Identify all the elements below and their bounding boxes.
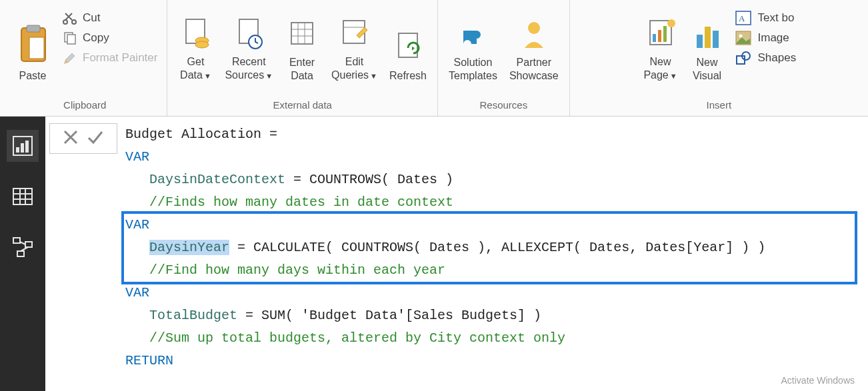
partner-showcase-button[interactable]: Partner Showcase [505, 3, 563, 84]
var1-name: DaysinDateContext [149, 172, 285, 187]
var2-expr: = CALCULATE( COUNTROWS( Dates ), ALLEXCE… [229, 240, 765, 255]
refresh-button[interactable]: Refresh [385, 3, 431, 84]
cut-button[interactable]: Cut [60, 9, 160, 27]
report-view-button[interactable] [7, 130, 39, 162]
paste-button[interactable]: Paste [9, 3, 56, 84]
paste-label: Paste [19, 69, 47, 83]
data-view-button[interactable] [7, 181, 39, 212]
svg-rect-24 [663, 26, 667, 42]
textbox-icon: A [735, 11, 751, 25]
relationship-icon [12, 236, 33, 258]
ribbon-group-external-data: Get Data▼ Recent Sources▼ Enter Data Edi… [167, 0, 438, 116]
model-view-button[interactable] [7, 231, 39, 263]
new-page-button[interactable]: New Page▼ [639, 3, 682, 84]
comment-3: //Sum up total budgets, altered by City … [125, 327, 864, 350]
svg-rect-22 [653, 34, 656, 42]
svg-rect-36 [16, 147, 19, 153]
return-keyword: RETURN [125, 353, 173, 368]
var-keyword: VAR [125, 149, 149, 165]
windows-watermark: Activate Windows [781, 375, 855, 386]
brush-icon [63, 51, 77, 65]
insert-group-title: Insert [707, 95, 732, 116]
recent-sources-button[interactable]: Recent Sources▼ [221, 3, 277, 84]
copy-label: Copy [83, 31, 109, 45]
var-keyword: VAR [125, 217, 149, 232]
bar-chart-icon [691, 16, 723, 53]
get-data-button[interactable]: Get Data▼ [174, 3, 217, 84]
copy-button[interactable]: Copy [60, 29, 160, 47]
formula-line: Budget Allocation = [125, 123, 864, 146]
ribbon-group-resources: Solution Templates Partner Showcase Reso… [438, 0, 570, 116]
var2-name: DaysinYear [149, 240, 229, 255]
svg-rect-23 [658, 30, 661, 42]
svg-rect-27 [705, 27, 711, 48]
format-painter-label: Format Painter [83, 51, 157, 65]
svg-point-4 [72, 20, 76, 24]
svg-rect-33 [737, 56, 745, 64]
svg-text:A: A [739, 13, 745, 23]
var3-expr: = SUM( 'Budget Data'[Sales Budgets] ) [237, 308, 541, 323]
scissors-icon [63, 11, 77, 25]
var1-expr: = COUNTROWS( Dates ) [285, 172, 453, 187]
new-visual-button[interactable]: New Visual [686, 3, 729, 84]
svg-rect-45 [25, 242, 32, 247]
svg-point-3 [63, 20, 67, 24]
shapes-button[interactable]: Shapes [733, 49, 799, 67]
image-button[interactable]: Image [733, 29, 799, 47]
person-icon [515, 16, 553, 53]
enter-data-button[interactable]: Enter Data [281, 3, 323, 84]
formula-controls [49, 123, 117, 154]
canvas-area: Com Budget Allocation = VAR DaysinDateCo… [45, 117, 868, 391]
formula-bar: Budget Allocation = VAR DaysinDateContex… [45, 117, 868, 379]
svg-rect-37 [21, 143, 24, 153]
comment-1: //Finds how many dates in date context [125, 191, 864, 214]
ribbon: Paste Cut Copy Format Painter Clipboard [0, 0, 868, 117]
svg-rect-6 [67, 35, 75, 44]
svg-rect-44 [13, 238, 20, 243]
svg-point-32 [739, 35, 742, 38]
formula-editor[interactable]: Budget Allocation = VAR DaysinDateContex… [125, 123, 864, 372]
svg-rect-46 [17, 251, 24, 256]
svg-rect-39 [13, 189, 32, 204]
view-sidebar [0, 117, 45, 391]
solution-templates-button[interactable]: Solution Templates [445, 3, 501, 84]
svg-rect-28 [713, 31, 719, 48]
ribbon-group-insert: New Page▼ New Visual A Text bo Image Sha… [570, 0, 868, 116]
report-view-icon [12, 135, 33, 157]
resources-group-title: Resources [480, 95, 528, 116]
svg-rect-12 [291, 23, 313, 44]
check-icon [86, 129, 105, 146]
svg-rect-38 [25, 141, 29, 153]
external-data-group-title: External data [273, 95, 332, 116]
cut-label: Cut [83, 11, 100, 25]
svg-point-25 [667, 19, 675, 27]
image-icon [735, 31, 751, 45]
svg-rect-1 [27, 25, 40, 32]
shapes-icon [735, 51, 751, 65]
cancel-formula-button[interactable] [62, 129, 79, 149]
format-painter-button[interactable]: Format Painter [60, 49, 160, 67]
svg-rect-2 [29, 37, 44, 59]
table-view-icon [12, 186, 33, 207]
svg-rect-26 [697, 35, 703, 48]
commit-formula-button[interactable] [86, 129, 105, 149]
edit-queries-button[interactable]: Edit Queries▼ [327, 3, 381, 84]
svg-point-20 [528, 22, 540, 34]
puzzle-icon [454, 16, 491, 53]
ribbon-group-clipboard: Paste Cut Copy Format Painter Clipboard [0, 0, 167, 116]
clipboard-group-title: Clipboard [63, 95, 106, 116]
copy-icon [63, 31, 77, 45]
svg-point-9 [195, 41, 209, 48]
var-keyword: VAR [125, 285, 149, 300]
var3-name: TotalBudget [149, 308, 237, 323]
chart-page-icon [645, 15, 677, 53]
text-box-button[interactable]: A Text bo [733, 9, 799, 27]
comment-2: //Find how many days within each year [125, 259, 864, 282]
close-icon [62, 129, 79, 146]
